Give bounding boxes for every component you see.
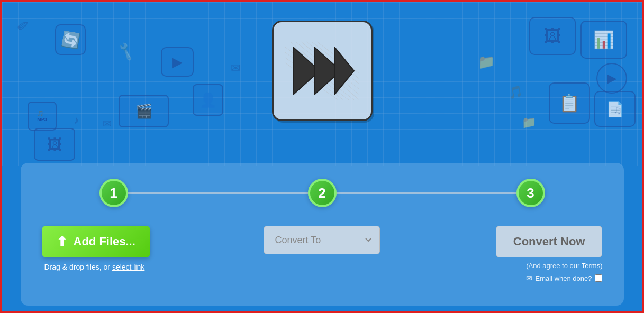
step2-area: Convert To MP3 MP4 AVI PDF [234, 226, 410, 254]
logo-box [272, 21, 373, 121]
envelope-icon: ✉ [231, 61, 240, 75]
email-label: Email when done? [536, 274, 592, 282]
step-2-circle: 2 [308, 179, 337, 207]
folder2-icon: 📁 [522, 116, 536, 130]
select-link[interactable]: select link [112, 263, 144, 271]
drag-drop-text: Drag & drop files, or select link [42, 263, 145, 271]
convert-to-select[interactable]: Convert To MP3 MP4 AVI PDF [264, 226, 380, 254]
upload-icon: ⬆ [57, 234, 67, 249]
convert-now-button[interactable]: Convert Now [496, 226, 603, 257]
main-panel: 1 2 3 ⬆ Add Files... Drag & drop files, … [21, 163, 624, 306]
mail-icon: ✉ [103, 117, 112, 130]
email-icon: ✉ [526, 274, 532, 282]
music-right-icon: 🎵 [507, 85, 524, 100]
arrow-box-icon: ▶ [161, 47, 194, 77]
terms-link[interactable]: Terms [582, 262, 600, 270]
email-checkbox[interactable] [595, 274, 602, 282]
image-right-icon: 🖼 [529, 17, 576, 55]
step-line-2 [337, 192, 516, 194]
steps-bar: 1 2 3 [42, 179, 603, 207]
refresh-icon: 🔄 [55, 24, 86, 55]
add-files-button[interactable]: ⬆ Add Files... [42, 226, 150, 257]
copy-icon: 📋 [549, 82, 590, 124]
profile-icon: 👤 [193, 84, 223, 116]
terms-text: (And agree to our Terms) [526, 262, 602, 270]
play-icon: ▶ [596, 63, 627, 94]
chart-icon: 📊 [580, 21, 627, 59]
fast-forward-icon [285, 39, 359, 103]
music-note-icon: ♪ [74, 114, 79, 126]
pencil-icon: ✏ [13, 15, 33, 36]
terms-suffix: ) [600, 262, 602, 270]
film-icon: 🎬 [119, 95, 169, 127]
folder-icon: 📁 [478, 54, 495, 70]
drag-drop-static: Drag & drop files, or [44, 263, 112, 271]
mp3-file-icon: 🎵MP3 [28, 102, 57, 131]
wrench-icon: 🔧 [115, 41, 137, 62]
step-line-1 [128, 192, 308, 194]
email-row: ✉ Email when done? [526, 274, 603, 282]
add-files-label: Add Files... [74, 235, 135, 248]
music-notes-icon: ♫ [613, 104, 622, 117]
step-3-circle: 3 [516, 179, 545, 207]
step1-area: ⬆ Add Files... Drag & drop files, or sel… [42, 226, 218, 271]
step3-area: Convert Now (And agree to our Terms) ✉ E… [426, 226, 602, 282]
image-icon: 🖼 [34, 128, 75, 161]
center-logo [264, 13, 380, 129]
step-1-circle: 1 [99, 179, 128, 207]
terms-prefix: (And agree to our [526, 262, 582, 270]
background-area: ✏ 🔄 🔧 ▶ ✉ 🎵MP3 🎬 👤 ✉ 🖼 ♪ 🖼 📊 📁 ▶ [2, 2, 642, 166]
actions-row: ⬆ Add Files... Drag & drop files, or sel… [42, 226, 603, 282]
